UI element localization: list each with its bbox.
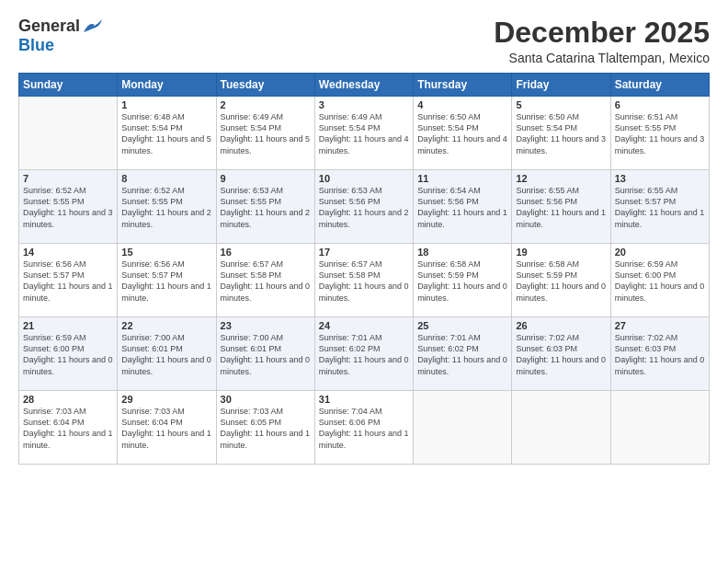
day-info: Sunrise: 6:52 AMSunset: 5:55 PMDaylight:… [23,185,113,230]
month-title: December 2025 [494,17,710,49]
table-row: 14Sunrise: 6:56 AMSunset: 5:57 PMDayligh… [19,244,118,317]
day-number: 7 [23,173,113,184]
day-info: Sunrise: 6:58 AMSunset: 5:59 PMDaylight:… [516,259,606,304]
page: General Blue December 2025 Santa Catarin… [0,0,728,563]
day-info: Sunrise: 6:59 AMSunset: 6:00 PMDaylight:… [23,332,113,377]
day-info: Sunrise: 6:57 AMSunset: 5:58 PMDaylight:… [221,259,311,304]
calendar-week-row: 28Sunrise: 7:03 AMSunset: 6:04 PMDayligh… [19,391,710,465]
table-row: 16Sunrise: 6:57 AMSunset: 5:58 PMDayligh… [216,244,314,317]
logo-general: General [18,17,80,36]
day-info: Sunrise: 7:03 AMSunset: 6:04 PMDaylight:… [23,406,113,451]
day-number: 28 [23,394,113,405]
logo: General Blue [18,17,102,55]
calendar-table: Sunday Monday Tuesday Wednesday Thursday… [18,73,710,465]
day-number: 2 [221,99,311,110]
table-row: 20Sunrise: 6:59 AMSunset: 6:00 PMDayligh… [610,244,709,317]
day-info: Sunrise: 6:56 AMSunset: 5:57 PMDaylight:… [121,259,211,304]
table-row: 19Sunrise: 6:58 AMSunset: 5:59 PMDayligh… [512,244,610,317]
header-wednesday: Wednesday [314,74,413,97]
day-info: Sunrise: 6:50 AMSunset: 5:54 PMDaylight:… [516,111,606,156]
day-number: 29 [121,394,211,405]
day-info: Sunrise: 7:02 AMSunset: 6:03 PMDaylight:… [615,332,705,377]
table-row [610,391,709,465]
day-info: Sunrise: 6:52 AMSunset: 5:55 PMDaylight:… [121,185,211,230]
day-number: 30 [221,394,311,405]
table-row: 8Sunrise: 6:52 AMSunset: 5:55 PMDaylight… [118,170,216,244]
table-row: 10Sunrise: 6:53 AMSunset: 5:56 PMDayligh… [314,170,413,244]
table-row: 6Sunrise: 6:51 AMSunset: 5:55 PMDaylight… [610,97,709,170]
table-row: 29Sunrise: 7:03 AMSunset: 6:04 PMDayligh… [118,391,216,465]
day-number: 8 [121,173,211,184]
table-row: 22Sunrise: 7:00 AMSunset: 6:01 PMDayligh… [118,317,216,391]
header-thursday: Thursday [414,74,512,97]
day-info: Sunrise: 7:01 AMSunset: 6:02 PMDaylight:… [417,332,507,377]
header-sunday: Sunday [19,74,118,97]
day-info: Sunrise: 6:51 AMSunset: 5:55 PMDaylight:… [615,111,705,156]
table-row: 25Sunrise: 7:01 AMSunset: 6:02 PMDayligh… [414,317,512,391]
table-row: 17Sunrise: 6:57 AMSunset: 5:58 PMDayligh… [314,244,413,317]
table-row: 12Sunrise: 6:55 AMSunset: 5:56 PMDayligh… [512,170,610,244]
table-row [19,97,118,170]
day-number: 3 [319,99,409,110]
day-number: 21 [23,320,113,331]
calendar-week-row: 7Sunrise: 6:52 AMSunset: 5:55 PMDaylight… [19,170,710,244]
day-info: Sunrise: 6:48 AMSunset: 5:54 PMDaylight:… [121,111,211,156]
day-info: Sunrise: 6:56 AMSunset: 5:57 PMDaylight:… [23,259,113,304]
day-number: 6 [615,99,705,110]
day-info: Sunrise: 6:49 AMSunset: 5:54 PMDaylight:… [221,111,311,156]
title-block: December 2025 Santa Catarina Tlaltempan,… [494,17,710,65]
table-row: 15Sunrise: 6:56 AMSunset: 5:57 PMDayligh… [118,244,216,317]
logo-blue: Blue [18,36,54,55]
table-row: 1Sunrise: 6:48 AMSunset: 5:54 PMDaylight… [118,97,216,170]
day-info: Sunrise: 7:03 AMSunset: 6:05 PMDaylight:… [221,406,311,451]
day-number: 24 [319,320,409,331]
table-row: 11Sunrise: 6:54 AMSunset: 5:56 PMDayligh… [414,170,512,244]
logo-bird-icon [82,19,102,34]
day-info: Sunrise: 6:49 AMSunset: 5:54 PMDaylight:… [319,111,409,156]
header-tuesday: Tuesday [216,74,314,97]
header-saturday: Saturday [610,74,709,97]
day-info: Sunrise: 6:50 AMSunset: 5:54 PMDaylight:… [417,111,507,156]
day-info: Sunrise: 6:55 AMSunset: 5:57 PMDaylight:… [615,185,705,230]
calendar-week-row: 21Sunrise: 6:59 AMSunset: 6:00 PMDayligh… [19,317,710,391]
table-row: 27Sunrise: 7:02 AMSunset: 6:03 PMDayligh… [610,317,709,391]
day-info: Sunrise: 7:01 AMSunset: 6:02 PMDaylight:… [319,332,409,377]
day-info: Sunrise: 6:55 AMSunset: 5:56 PMDaylight:… [516,185,606,230]
calendar-week-row: 14Sunrise: 6:56 AMSunset: 5:57 PMDayligh… [19,244,710,317]
day-number: 1 [121,99,211,110]
day-info: Sunrise: 6:53 AMSunset: 5:55 PMDaylight:… [221,185,311,230]
table-row: 9Sunrise: 6:53 AMSunset: 5:55 PMDaylight… [216,170,314,244]
day-number: 15 [121,247,211,258]
header-monday: Monday [118,74,216,97]
header-friday: Friday [512,74,610,97]
day-info: Sunrise: 6:54 AMSunset: 5:56 PMDaylight:… [417,185,507,230]
day-info: Sunrise: 7:00 AMSunset: 6:01 PMDaylight:… [121,332,211,377]
day-number: 5 [516,99,606,110]
table-row: 13Sunrise: 6:55 AMSunset: 5:57 PMDayligh… [610,170,709,244]
day-info: Sunrise: 7:04 AMSunset: 6:06 PMDaylight:… [319,406,409,451]
table-row: 23Sunrise: 7:00 AMSunset: 6:01 PMDayligh… [216,317,314,391]
header: General Blue December 2025 Santa Catarin… [18,17,710,65]
table-row: 30Sunrise: 7:03 AMSunset: 6:05 PMDayligh… [216,391,314,465]
day-number: 25 [417,320,507,331]
day-info: Sunrise: 7:00 AMSunset: 6:01 PMDaylight:… [221,332,311,377]
day-number: 20 [615,247,705,258]
day-info: Sunrise: 6:58 AMSunset: 5:59 PMDaylight:… [417,259,507,304]
table-row: 3Sunrise: 6:49 AMSunset: 5:54 PMDaylight… [314,97,413,170]
table-row: 31Sunrise: 7:04 AMSunset: 6:06 PMDayligh… [314,391,413,465]
day-number: 31 [319,394,409,405]
day-number: 17 [319,247,409,258]
day-number: 16 [221,247,311,258]
day-info: Sunrise: 7:03 AMSunset: 6:04 PMDaylight:… [121,406,211,451]
table-row: 21Sunrise: 6:59 AMSunset: 6:00 PMDayligh… [19,317,118,391]
table-row: 24Sunrise: 7:01 AMSunset: 6:02 PMDayligh… [314,317,413,391]
table-row [512,391,610,465]
day-info: Sunrise: 6:57 AMSunset: 5:58 PMDaylight:… [319,259,409,304]
day-number: 11 [417,173,507,184]
table-row: 26Sunrise: 7:02 AMSunset: 6:03 PMDayligh… [512,317,610,391]
calendar-header-row: Sunday Monday Tuesday Wednesday Thursday… [19,74,710,97]
day-number: 4 [417,99,507,110]
day-number: 14 [23,247,113,258]
table-row: 2Sunrise: 6:49 AMSunset: 5:54 PMDaylight… [216,97,314,170]
day-number: 10 [319,173,409,184]
